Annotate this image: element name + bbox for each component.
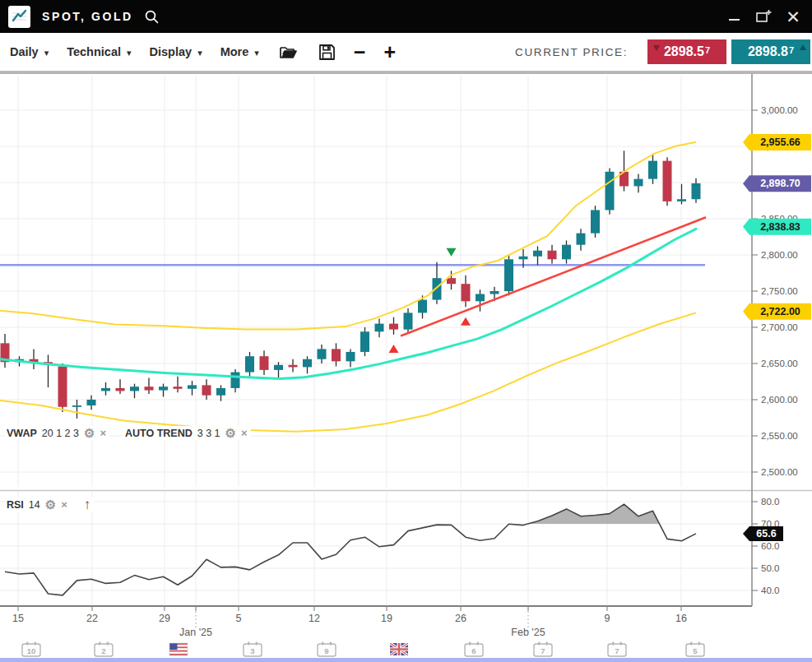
candle-body [87, 400, 96, 405]
price-axis-label: 2,550.00 [761, 431, 798, 441]
candle-body [677, 199, 686, 201]
candle [318, 345, 327, 363]
candle [274, 362, 283, 377]
calendar-day-icon[interactable]: 7 [608, 642, 626, 657]
candle [677, 184, 686, 205]
vwap-settings-button[interactable]: ⚙ [84, 427, 95, 439]
candle-body [504, 259, 513, 291]
candle [216, 385, 225, 400]
candle [72, 400, 81, 419]
candle-body [274, 365, 283, 370]
price-axis-label: 2,650.00 [761, 359, 798, 368]
candle-body [404, 312, 413, 329]
menu-technical[interactable]: Technical ▾ [67, 45, 131, 58]
price-tag-badge: 2,722.00 [743, 303, 811, 320]
autotrend-remove-button[interactable]: × [241, 428, 248, 438]
chart-toolbar: Daily ▾ Technical ▾ Display ▾ More ▾ [0, 33, 812, 72]
zoom-in-button[interactable]: + [383, 42, 396, 62]
rsi-overbought-fill [5, 504, 696, 621]
candle-body [692, 183, 701, 199]
price-tag-badge: 2,955.66 [743, 134, 811, 150]
candle [548, 245, 557, 264]
save-button[interactable] [318, 44, 336, 61]
vwap-indicator-label: VWAP 20 1 2 3 ⚙ × [5, 426, 109, 440]
symbol-title: SPOT, GOLD [42, 10, 133, 23]
chart-area: 3,000.002,950.002,900.002,850.002,800.00… [0, 72, 812, 662]
vwap-remove-button[interactable]: × [100, 428, 106, 438]
calendar-day-icon[interactable]: 3 [244, 642, 262, 657]
candle [202, 379, 211, 400]
candle-body [188, 385, 197, 388]
candle [634, 174, 643, 192]
us-flag-icon[interactable] [169, 643, 188, 655]
price-tag-label: 2,722.00 [760, 306, 800, 317]
zoom-out-button[interactable]: − [354, 42, 366, 62]
popout-button[interactable] [753, 6, 774, 27]
candle-body [260, 356, 269, 370]
calendar-day-icon[interactable]: 7 [534, 642, 552, 657]
chevron-down-icon: ▾ [44, 48, 49, 58]
candle-body [245, 356, 254, 372]
autotrend-settings-button[interactable]: ⚙ [225, 427, 236, 439]
vwap-name: VWAP [7, 428, 37, 439]
candle [476, 289, 485, 311]
rsi-axis-label: 40.0 [761, 586, 779, 595]
close-button[interactable]: ✕ [782, 6, 804, 27]
price-axis-label: 2,500.00 [761, 467, 798, 477]
calendar-day-icon[interactable]: 6 [465, 642, 483, 657]
chevron-down-icon: ▾ [254, 48, 259, 58]
price-axis-label: 2,600.00 [761, 395, 798, 405]
vwap-params: 20 1 2 3 [42, 428, 79, 439]
price-tag-label: 65.6 [756, 528, 776, 539]
candle [692, 178, 701, 203]
candle [303, 356, 312, 373]
menu-display[interactable]: Display ▾ [150, 45, 202, 58]
date-axis-label: 22 [86, 613, 98, 624]
rsi-remove-button[interactable]: × [61, 499, 67, 510]
candle [87, 396, 96, 410]
candle [389, 317, 398, 335]
candle-body [116, 388, 125, 391]
candle-body [202, 385, 211, 395]
candle [562, 240, 571, 263]
candle-body [346, 352, 355, 361]
candle-body [145, 387, 154, 390]
candle-body [231, 373, 240, 388]
rsi-params: 14 [29, 499, 40, 511]
candle-body [533, 251, 542, 257]
rsi-indicator-label: RSI 14 ⚙ × ↑ [5, 497, 94, 512]
open-folder-icon [279, 44, 299, 60]
buy-signal-icon [461, 317, 471, 326]
uk-flag-icon[interactable] [390, 643, 408, 655]
candle [44, 354, 53, 387]
current-price-label: CURRENT PRICE: [515, 46, 628, 58]
candle [30, 349, 39, 369]
bottom-scrollbar[interactable] [0, 658, 812, 662]
save-icon [318, 44, 336, 61]
autotrend-params: 3 3 1 [197, 428, 220, 439]
rsi-settings-button[interactable]: ⚙ [45, 498, 56, 511]
move-pane-up-button[interactable]: ↑ [84, 498, 91, 512]
candle-body [634, 179, 643, 187]
calendar-day-icon[interactable]: 10 [22, 642, 40, 657]
open-folder-button[interactable] [279, 44, 299, 60]
candle [404, 308, 413, 333]
search-icon[interactable] [144, 9, 160, 25]
candle-body [562, 245, 571, 260]
date-axis-label: 9 [605, 613, 610, 624]
calendar-day-icon[interactable]: 5 [686, 642, 704, 657]
candle-body [216, 388, 225, 396]
ask-price-badge: 2898.87 [731, 39, 810, 64]
candle-body [174, 387, 183, 389]
ask-price-value: 2898.8 [748, 44, 788, 59]
minimize-button[interactable] [723, 6, 745, 27]
calendar-day-icon[interactable]: 9 [318, 642, 336, 657]
autotrend-indicator-label: AUTO TREND 3 3 1 ⚙ × [123, 426, 251, 440]
menu-timeframe[interactable]: Daily ▾ [10, 45, 49, 58]
svg-text:7: 7 [615, 646, 619, 655]
menu-more[interactable]: More ▾ [220, 45, 259, 58]
candlestick-chart[interactable]: 3,000.002,950.002,900.002,850.002,800.00… [0, 74, 812, 662]
price-tag-label: 2,955.66 [760, 137, 800, 148]
month-axis-label: Feb '25 [511, 627, 545, 638]
calendar-day-icon[interactable]: 2 [95, 642, 113, 657]
